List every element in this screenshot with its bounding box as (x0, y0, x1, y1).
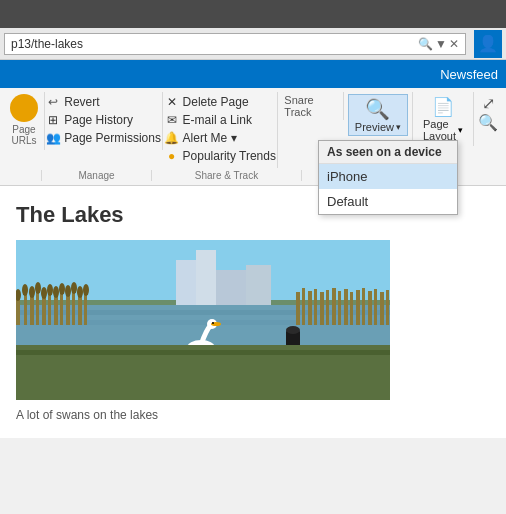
newsfeed-bar: Newsfeed (0, 60, 506, 88)
delete-page-label: Delete Page (183, 95, 249, 109)
svg-rect-36 (320, 292, 324, 325)
email-link-icon: ✉ (165, 113, 179, 127)
page-content: The Lakes (0, 186, 506, 438)
alert-me-label: Alert Me ▾ (183, 131, 237, 145)
page-permissions-button[interactable]: 👥 Page Permissions (44, 130, 163, 146)
svg-point-28 (65, 285, 71, 297)
svg-point-31 (83, 284, 89, 296)
svg-point-27 (59, 283, 65, 295)
image-caption: A lot of swans on the lakes (16, 408, 490, 422)
svg-rect-40 (344, 289, 348, 325)
page-urls-bottom (0, 170, 42, 181)
preview-group: 🔍 Preview ▾ (344, 92, 413, 140)
address-bar[interactable]: p13/the-lakes 🔍 ▼ ✕ (4, 33, 466, 55)
page-layout-label: PageLayout (423, 118, 456, 142)
right-icons-group: ⤢ 🔍 (474, 92, 502, 134)
svg-rect-4 (246, 265, 271, 310)
svg-rect-45 (374, 289, 377, 325)
svg-point-22 (29, 286, 35, 298)
svg-rect-44 (368, 291, 372, 325)
page-history-label: Page History (64, 113, 133, 127)
dropdown-icon[interactable]: ▼ (435, 37, 447, 51)
svg-rect-46 (380, 292, 384, 325)
page-image (16, 240, 390, 400)
address-bar-row: p13/the-lakes 🔍 ▼ ✕ 👤 (0, 28, 506, 60)
preview-arrow-icon: ▾ (396, 122, 401, 132)
alert-me-icon: 🔔 (165, 131, 179, 145)
share-track-label: Share & Track (152, 170, 302, 181)
page-layout-button[interactable]: 📄 PageLayout ▾ (417, 94, 469, 144)
dropdown-item-iphone[interactable]: iPhone (319, 164, 457, 189)
svg-point-26 (53, 286, 59, 298)
preview-icon: 🔍 (365, 97, 390, 121)
lake-svg (16, 240, 390, 400)
svg-rect-35 (314, 289, 317, 325)
svg-point-21 (22, 284, 28, 296)
snare-track-label: Snare Track (284, 94, 337, 118)
page-layout-arrow-icon: ▾ (458, 125, 463, 135)
svg-point-29 (71, 282, 77, 294)
close-icon[interactable]: ✕ (449, 37, 459, 51)
share-track-group: ✕ Delete Page ✉ E-mail a Link 🔔 Alert Me… (163, 92, 278, 168)
svg-rect-3 (196, 250, 216, 310)
svg-rect-41 (350, 292, 353, 325)
delete-page-button[interactable]: ✕ Delete Page (163, 94, 278, 110)
svg-point-23 (35, 282, 41, 294)
svg-point-53 (212, 322, 214, 324)
zoom-icon[interactable]: 🔍 (478, 113, 498, 132)
preview-bottom (302, 170, 314, 181)
fullscreen-icon[interactable]: ⤢ (482, 94, 495, 113)
alert-me-button[interactable]: 🔔 Alert Me ▾ (163, 130, 278, 146)
svg-point-30 (77, 286, 83, 298)
revert-button[interactable]: ↩ Revert (44, 94, 163, 110)
svg-rect-57 (16, 350, 390, 355)
page-permissions-icon: 👥 (46, 131, 60, 145)
dropdown-header: As seen on a device (319, 141, 457, 164)
manage-items: ↩ Revert ⊞ Page History 👥 Page Permissio… (44, 94, 163, 146)
svg-point-55 (286, 326, 300, 334)
page-urls-icon[interactable] (10, 94, 38, 122)
page-history-icon: ⊞ (46, 113, 60, 127)
svg-rect-42 (356, 290, 360, 325)
svg-rect-33 (302, 288, 305, 325)
page-layout-group: 📄 PageLayout ▾ (413, 92, 474, 146)
svg-point-25 (47, 284, 53, 296)
preview-label: Preview (355, 121, 394, 133)
email-link-label: E-mail a Link (183, 113, 252, 127)
svg-rect-47 (386, 290, 389, 325)
newsfeed-label: Newsfeed (440, 67, 498, 82)
user-avatar[interactable]: 👤 (474, 30, 502, 58)
device-dropdown: As seen on a device iPhone Default (318, 140, 458, 215)
revert-label: Revert (64, 95, 99, 109)
popularity-label: Popularity Trends (183, 149, 276, 163)
manage-group: ↩ Revert ⊞ Page History 👥 Page Permissio… (45, 92, 163, 150)
browser-chrome (0, 0, 506, 28)
svg-rect-43 (362, 288, 365, 325)
page-history-button[interactable]: ⊞ Page History (44, 112, 163, 128)
svg-rect-39 (338, 291, 341, 325)
revert-icon: ↩ (46, 95, 60, 109)
address-icons: 🔍 ▼ ✕ (418, 37, 459, 51)
popularity-icon: ● (165, 149, 179, 163)
page-urls-group: PageURLs (4, 92, 45, 150)
preview-button[interactable]: 🔍 Preview ▾ (348, 94, 408, 136)
page-layout-icon: 📄 (432, 96, 454, 118)
page-permissions-label: Page Permissions (64, 131, 161, 145)
delete-page-icon: ✕ (165, 95, 179, 109)
page-urls-label[interactable]: PageURLs (11, 124, 36, 146)
svg-rect-2 (216, 270, 246, 310)
popularity-trends-button[interactable]: ● Popularity Trends (163, 148, 278, 164)
dropdown-item-default[interactable]: Default (319, 189, 457, 214)
svg-rect-37 (326, 290, 329, 325)
address-text: p13/the-lakes (11, 37, 418, 51)
ribbon: PageURLs ↩ Revert ⊞ Page History 👥 Page … (0, 88, 506, 186)
snare-track-group: Snare Track (278, 92, 344, 120)
svg-point-24 (41, 287, 47, 299)
svg-rect-34 (308, 291, 312, 325)
share-track-items: ✕ Delete Page ✉ E-mail a Link 🔔 Alert Me… (163, 94, 278, 164)
email-link-button[interactable]: ✉ E-mail a Link (163, 112, 278, 128)
svg-rect-38 (332, 288, 336, 325)
svg-rect-32 (296, 292, 300, 325)
search-icon[interactable]: 🔍 (418, 37, 433, 51)
manage-label: Manage (42, 170, 152, 181)
